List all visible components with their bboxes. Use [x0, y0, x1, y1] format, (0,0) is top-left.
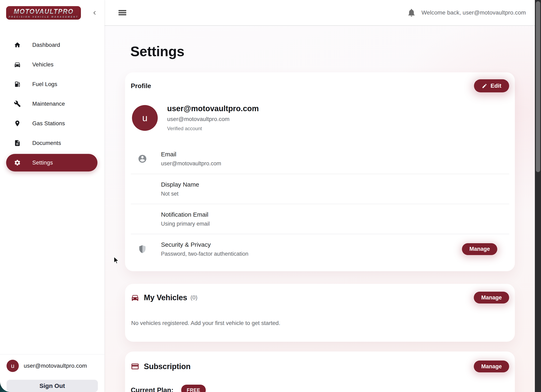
sidebar: MOTOVAULTPRO PRECISION VEHICLE MANAGEMEN… [0, 0, 105, 392]
current-plan-label: Current Plan: [131, 386, 173, 392]
sidebar-user-email: user@motovaultpro.com [24, 363, 87, 369]
car-icon [14, 61, 21, 68]
my-vehicles-card: My Vehicles (0) Manage No vehicles regis… [125, 284, 515, 342]
profile-card-header: Profile Edit [131, 79, 509, 92]
topbar: Welcome back, user@motovaultpro.com [105, 0, 535, 26]
subscription-header: Subscription Manage [131, 361, 509, 372]
sidebar-item-gas-stations[interactable]: Gas Stations [6, 114, 98, 133]
my-vehicles-title: My Vehicles [144, 293, 187, 302]
row-label: Display Name [161, 181, 489, 188]
row-value: Not set [161, 191, 489, 197]
profile-email: user@motovaultpro.com [167, 116, 259, 122]
welcome-text: Welcome back, user@motovaultpro.com [421, 9, 526, 16]
row-icon-placeholder [138, 184, 147, 194]
row-email: Email user@motovaultpro.com [131, 144, 509, 174]
scrollbar-thumb[interactable] [536, 1, 540, 172]
app-window: MOTOVAULTPRO PRECISION VEHICLE MANAGEMEN… [0, 0, 541, 392]
page-title: Settings [130, 43, 515, 59]
manage-vehicles-button[interactable]: Manage [474, 292, 509, 303]
profile-settings-rows: Email user@motovaultpro.com Display Name… [131, 144, 509, 264]
sign-out-button[interactable]: Sign Out [6, 380, 98, 392]
fuel-pump-icon [14, 81, 21, 88]
pencil-icon [482, 83, 487, 89]
sidebar-item-settings[interactable]: Settings [6, 154, 98, 172]
brand-logo[interactable]: MOTOVAULTPRO PRECISION VEHICLE MANAGEMEN… [6, 6, 81, 20]
sidebar-item-label: Documents [32, 140, 61, 146]
topbar-right: Welcome back, user@motovaultpro.com [407, 8, 526, 17]
sidebar-item-label: Dashboard [32, 42, 60, 48]
row-value: Using primary email [161, 221, 489, 227]
row-label: Security & Privacy [161, 241, 448, 248]
row-label: Email [161, 151, 489, 158]
sidebar-collapse-button[interactable] [90, 8, 99, 17]
chevron-left-icon [91, 9, 98, 16]
hamburger-menu-icon[interactable] [119, 10, 126, 15]
row-security-privacy: Security & Privacy Password, two-factor … [131, 234, 509, 264]
sidebar-item-label: Fuel Logs [32, 81, 57, 88]
sidebar-item-label: Gas Stations [32, 120, 65, 127]
document-icon [14, 140, 21, 146]
sidebar-item-vehicles[interactable]: Vehicles [6, 55, 98, 74]
row-value: user@motovaultpro.com [161, 160, 489, 167]
gear-icon [14, 159, 21, 166]
profile-card: Profile Edit u user@motovaultpro.com use… [125, 72, 515, 271]
home-icon [14, 42, 21, 48]
sidebar-item-fuel-logs[interactable]: Fuel Logs [6, 74, 98, 94]
sidebar-item-label: Vehicles [32, 61, 53, 68]
map-pin-icon [14, 120, 21, 127]
row-value: Password, two-factor authentication [161, 251, 448, 257]
sidebar-item-documents[interactable]: Documents [6, 133, 98, 153]
scrollbar-track[interactable] [535, 0, 541, 392]
account-circle-icon [138, 154, 147, 163]
sidebar-user-row: u user@motovaultpro.com [6, 360, 98, 372]
sidebar-nav: Dashboard Vehicles Fuel Logs Maintenance [0, 35, 104, 172]
notifications-bell-icon[interactable] [407, 8, 416, 17]
shield-icon [138, 245, 147, 254]
current-plan-row: Current Plan: FREE [131, 385, 509, 392]
edit-button-label: Edit [490, 83, 501, 89]
row-label: Notification Email [161, 211, 489, 218]
my-vehicles-count: (0) [190, 294, 197, 301]
manage-security-button[interactable]: Manage [462, 243, 497, 255]
sidebar-item-dashboard[interactable]: Dashboard [6, 35, 98, 55]
row-text: Notification Email Using primary email [161, 211, 489, 227]
subscription-card: Subscription Manage Current Plan: FREE [125, 351, 515, 392]
sidebar-header: MOTOVAULTPRO PRECISION VEHICLE MANAGEMEN… [0, 0, 104, 20]
row-text: Display Name Not set [161, 181, 489, 197]
avatar: u [6, 360, 19, 372]
profile-name: user@motovaultpro.com [167, 104, 259, 113]
main-area: Welcome back, user@motovaultpro.com Sett… [105, 0, 535, 392]
edit-profile-button[interactable]: Edit [474, 79, 509, 92]
profile-card-title: Profile [131, 82, 151, 90]
profile-identity: u user@motovaultpro.com user@motovaultpr… [131, 104, 509, 131]
row-icon-placeholder [138, 214, 147, 224]
brand-name: MOTOVAULTPRO [14, 8, 73, 15]
avatar: u [132, 105, 158, 131]
sidebar-item-maintenance[interactable]: Maintenance [6, 94, 98, 114]
profile-identity-text: user@motovaultpro.com user@motovaultpro.… [167, 104, 259, 131]
vehicles-empty-state: No vehicles registered. Add your first v… [131, 320, 509, 326]
sidebar-footer: u user@motovaultpro.com Sign Out [0, 354, 104, 392]
my-vehicles-header: My Vehicles (0) Manage [131, 292, 509, 303]
wrench-icon [14, 100, 21, 107]
car-icon [131, 293, 139, 302]
sidebar-item-label: Maintenance [32, 100, 65, 107]
brand-tagline: PRECISION VEHICLE MANAGEMENT [9, 16, 78, 18]
row-notification-email: Notification Email Using primary email [131, 204, 509, 234]
subscription-title: Subscription [144, 362, 191, 371]
sidebar-item-label: Settings [32, 159, 53, 166]
row-display-name: Display Name Not set [131, 174, 509, 204]
row-text: Security & Privacy Password, two-factor … [161, 241, 448, 257]
profile-verified-status: Verified account [167, 126, 259, 131]
settings-page: Settings Profile Edit u user@motovaultp [105, 26, 535, 392]
row-text: Email user@motovaultpro.com [161, 151, 489, 167]
credit-card-icon [131, 362, 139, 371]
plan-badge: FREE [181, 385, 206, 392]
manage-subscription-button[interactable]: Manage [474, 361, 509, 372]
